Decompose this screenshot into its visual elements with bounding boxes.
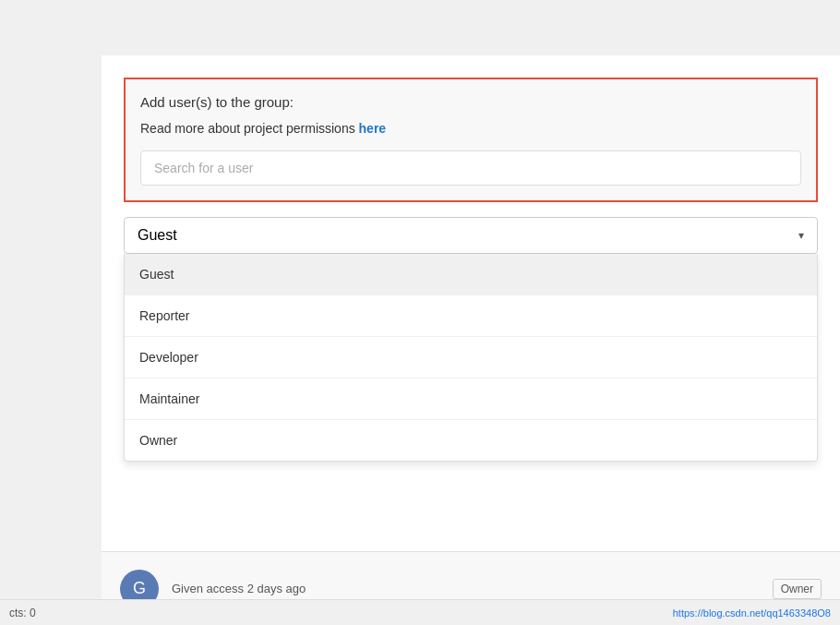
permissions-static-text: Read more about project permissions	[140, 121, 359, 136]
status-bar: cts: 0 https://blog.csdn.net/qq1463348O8	[0, 599, 840, 625]
user-access-text: Given access 2 days ago	[172, 582, 773, 595]
avatar-letter: G	[133, 579, 146, 598]
search-input[interactable]	[140, 150, 801, 186]
add-users-panel: Add user(s) to the group: Read more abou…	[124, 78, 818, 202]
chevron-down-icon: ▾	[798, 229, 804, 242]
main-panel: Add user(s) to the group: Read more abou…	[102, 55, 840, 599]
owner-badge: Owner	[773, 579, 822, 599]
dropdown-item-developer[interactable]: Developer	[125, 337, 817, 379]
role-selector-value: Guest	[138, 227, 177, 244]
dropdown-item-reporter[interactable]: Reporter	[125, 295, 817, 337]
permissions-link[interactable]: here	[359, 121, 387, 136]
dropdown-item-guest[interactable]: Guest	[125, 254, 817, 295]
dropdown-item-owner[interactable]: Owner	[125, 420, 817, 461]
url-text: https://blog.csdn.net/qq1463348O8	[673, 607, 831, 619]
permissions-text: Read more about project permissions here	[140, 121, 801, 136]
add-users-title: Add user(s) to the group:	[140, 94, 801, 110]
sidebar	[0, 0, 102, 600]
dropdown-item-maintainer[interactable]: Maintainer	[125, 379, 817, 420]
page-wrapper: Add user(s) to the group: Read more abou…	[0, 0, 840, 625]
role-selector[interactable]: Guest ▾	[124, 217, 818, 254]
status-text: cts: 0	[9, 607, 36, 619]
role-dropdown-menu: Guest Reporter Developer Maintainer Owne…	[124, 254, 818, 462]
user-info: Given access 2 days ago	[172, 582, 773, 595]
